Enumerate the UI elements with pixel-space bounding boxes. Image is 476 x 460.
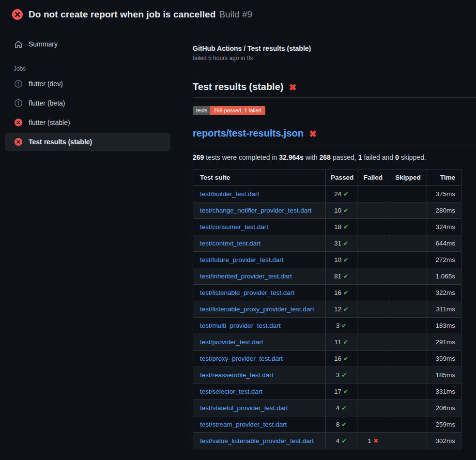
sidebar-item-flutter-stable[interactable]: flutter (stable) [0,113,193,132]
passed-cell-value: 3 [336,371,340,379]
summary-skipped: 0 [395,153,399,161]
passed-cell: 16✔ [326,285,357,301]
test-summary-line: 269 tests were completed in 32.964s with… [193,153,476,161]
test-suite-link[interactable]: test/listenable_provider_test.dart [200,289,294,296]
check-icon: ✔ [343,355,349,362]
time-cell: 331ms [427,383,461,400]
skipped-cell [389,433,427,449]
suite-cell: test/context_test.dart [193,235,326,252]
failed-cell [357,285,389,301]
sidebar-item-label: flutter (stable) [29,119,70,126]
sidebar-item-flutter-dev[interactable]: flutter (dev) [0,74,193,93]
suite-cell: test/multi_provider_test.dart [193,318,326,334]
test-suite-link[interactable]: test/inherited_provider_test.dart [200,273,292,280]
time-cell: 259ms [427,416,461,433]
time-cell: 291ms [427,334,461,351]
sidebar-summary-label: Summary [29,40,58,48]
failed-cell [357,367,389,383]
summary-passed: 268 [320,153,331,161]
test-suite-link[interactable]: test/future_provider_test.dart [200,256,284,263]
test-suite-link[interactable]: test/builder_test.dart [200,190,259,198]
passed-cell-value: 31 [334,240,341,247]
check-icon: ✔ [343,338,349,346]
check-icon: ✔ [343,240,349,247]
suite-cell: test/future_provider_test.dart [193,252,326,268]
column-header-test-suite: Test suite [193,169,326,186]
table-row: test/proxy_provider_test.dart16✔359ms [193,351,461,367]
time-cell: 311ms [427,301,461,318]
table-header-row: Test suitePassedFailedSkippedTime [193,169,461,186]
sidebar: Summary Jobs flutter (dev)flutter (beta)… [0,27,193,151]
sidebar-item-summary[interactable]: Summary [0,36,193,52]
test-suite-link[interactable]: test/stream_provider_test.dart [200,421,287,428]
test-suite-link[interactable]: test/consumer_test.dart [200,223,268,230]
table-row: test/reassemble_test.dart3✔185ms [193,367,461,383]
passed-cell: 12✔ [326,301,357,318]
passed-cell: 16✔ [326,351,357,367]
failed-cell [357,252,389,268]
failed-status-icon [15,119,22,126]
test-suite-link[interactable]: test/context_test.dart [200,240,261,247]
table-row: test/context_test.dart31✔644ms [193,235,461,252]
check-icon: ✔ [343,306,349,313]
passed-cell: 11✔ [326,334,357,351]
test-suite-link[interactable]: test/multi_provider_test.dart [200,322,281,329]
suite-cell: test/inherited_provider_test.dart [193,268,326,285]
sidebar-item-label: Test results (stable) [29,138,92,146]
sidebar-item-flutter-beta[interactable]: flutter (beta) [0,93,193,113]
test-suite-link[interactable]: test/reassemble_test.dart [200,371,274,379]
passed-cell-value: 18 [334,223,341,230]
report-file-link[interactable]: reports/test-results.json [193,128,304,139]
table-row: test/multi_provider_test.dart3✔183ms [193,318,461,334]
passed-cell: 8✔ [326,416,357,433]
test-suite-link[interactable]: test/proxy_provider_test.dart [200,355,283,362]
table-row: test/builder_test.dart24✔375ms [193,186,461,202]
check-icon: ✔ [343,256,349,263]
check-icon: ✔ [343,223,349,230]
summary-duration: 32.964s [279,153,304,161]
table-row: test/stateful_provider_test.dart4✔206ms [193,400,461,416]
sidebar-item-test-results-stable[interactable]: Test results (stable) [5,133,170,151]
suite-cell: test/value_listenable_provider_test.dart [193,433,326,449]
time-cell: 302ms [427,433,461,449]
passed-cell-value: 17 [334,388,341,395]
passed-cell: 17✔ [326,383,357,400]
passed-cell: 18✔ [326,219,357,235]
passed-cell: 10✔ [326,202,357,219]
check-icon: ✔ [343,273,349,280]
cross-mark-icon: ✖ [309,129,317,138]
badge-value: 268 passed, 1 failed [210,106,265,115]
failed-cell [357,318,389,334]
failed-cell [357,235,389,252]
test-suite-link[interactable]: test/selector_test.dart [200,388,262,395]
skipped-cell [389,202,427,219]
time-cell: 183ms [427,318,461,334]
test-suite-link[interactable]: test/provider_test.dart [200,338,263,346]
failed-status-icon [15,138,22,146]
summary-failed: 1 [358,153,362,161]
check-icon: ✔ [343,207,349,214]
suite-cell: test/stream_provider_test.dart [193,416,326,433]
test-suite-link[interactable]: test/listenable_proxy_provider_test.dart [200,306,314,313]
table-row: test/provider_test.dart11✔291ms [193,334,461,351]
column-header-skipped: Skipped [389,169,427,186]
skipped-cell [389,219,427,235]
skipped-cell [389,383,427,400]
test-suite-link[interactable]: test/stateful_provider_test.dart [200,404,288,412]
test-suite-link[interactable]: test/change_notifier_provider_test.dart [200,207,311,214]
build-number: Build #9 [219,9,252,20]
failed-cell [357,268,389,285]
table-row: test/listenable_proxy_provider_test.dart… [193,301,461,318]
failed-cell [357,334,389,351]
check-icon: ✔ [341,404,347,412]
skipped-cell [389,186,427,202]
time-cell: 185ms [427,367,461,383]
table-row: test/consumer_test.dart18✔324ms [193,219,461,235]
check-icon: ✔ [341,322,347,329]
time-cell: 206ms [427,400,461,416]
failed-cell [357,351,389,367]
test-suite-link[interactable]: test/value_listenable_provider_test.dart [200,437,314,445]
passed-cell: 4✔ [326,400,357,416]
x-icon: ✖ [373,437,379,445]
passed-cell: 3✔ [326,367,357,383]
